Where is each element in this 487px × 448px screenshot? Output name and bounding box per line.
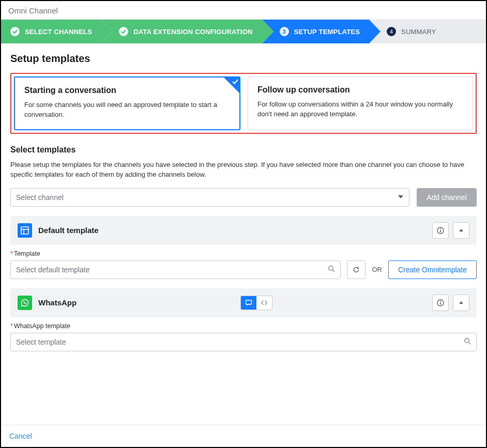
card-desc: For follow up conversations within a 24 … xyxy=(257,100,463,119)
step-number-icon: 4 xyxy=(387,27,396,36)
card-title: Follow up conversation xyxy=(257,85,463,95)
panel-title: Default template xyxy=(38,226,426,235)
template-icon xyxy=(18,223,32,238)
search-icon xyxy=(328,265,335,274)
step-label: SETUP TEMPLATES xyxy=(294,28,360,36)
select-placeholder: Select channel xyxy=(16,193,64,202)
view-toggle xyxy=(240,296,272,310)
check-icon xyxy=(119,27,128,36)
cancel-link[interactable]: Cancel xyxy=(9,432,32,440)
card-title: Starting a conversation xyxy=(24,86,230,95)
toggle-code-icon[interactable] xyxy=(256,296,272,310)
refresh-button[interactable] xyxy=(347,260,366,279)
svg-line-7 xyxy=(333,270,335,272)
card-starting-conversation[interactable]: Starting a conversation For some channel… xyxy=(14,76,240,130)
template-type-cards: Starting a conversation For some channel… xyxy=(10,73,477,134)
check-icon xyxy=(10,27,20,36)
svg-rect-0 xyxy=(21,227,28,234)
card-desc: For some channels you will need an appro… xyxy=(24,100,230,120)
svg-line-13 xyxy=(468,342,470,344)
whatsapp-icon xyxy=(18,296,32,310)
create-omnitemplate-button[interactable]: Create Omnitemplate xyxy=(388,260,477,279)
step-data-extension[interactable]: DATA EXTENSION CONFIGURATION xyxy=(101,20,262,43)
step-select-channels[interactable]: SELECT CHANNELS xyxy=(1,20,101,43)
info-button[interactable] xyxy=(432,222,449,239)
search-icon xyxy=(464,337,471,346)
svg-rect-8 xyxy=(246,300,252,304)
selected-check-icon xyxy=(224,78,239,93)
wizard-steps: SELECT CHANNELS DATA EXTENSION CONFIGURA… xyxy=(1,20,486,43)
main-content: Setup templates Starting a conversation … xyxy=(1,43,486,425)
svg-rect-11 xyxy=(440,302,441,305)
template-field-label: *Template xyxy=(10,250,477,257)
input-placeholder: Select default template xyxy=(16,266,89,274)
input-placeholder: Select template xyxy=(16,338,66,346)
default-template-input[interactable]: Select default template xyxy=(10,260,341,279)
svg-point-4 xyxy=(440,228,441,229)
info-button[interactable] xyxy=(432,295,449,311)
or-text: OR xyxy=(372,266,382,273)
select-templates-title: Select templates xyxy=(10,145,477,155)
chevron-down-icon xyxy=(398,193,404,202)
channel-select[interactable]: Select channel xyxy=(10,188,409,207)
step-setup-templates[interactable]: 3 SETUP TEMPLATES xyxy=(262,20,369,43)
step-label: DATA EXTENSION CONFIGURATION xyxy=(133,28,252,36)
svg-point-12 xyxy=(465,338,469,343)
whatsapp-field-label: *WhatsApp template xyxy=(10,322,477,330)
step-label: SUMMARY xyxy=(401,28,436,36)
svg-point-10 xyxy=(440,301,441,302)
page-title: Setup templates xyxy=(10,53,477,65)
step-label: SELECT CHANNELS xyxy=(25,28,92,36)
whatsapp-panel-header: WhatsApp xyxy=(10,288,477,317)
step-number-icon: 3 xyxy=(280,27,289,36)
svg-point-6 xyxy=(329,266,333,270)
card-followup-conversation[interactable]: Follow up conversation For follow up con… xyxy=(248,76,473,130)
select-templates-desc: Please setup the templates for the chann… xyxy=(10,160,477,180)
panel-title: WhatsApp xyxy=(38,298,77,307)
svg-rect-5 xyxy=(440,230,441,233)
collapse-button[interactable] xyxy=(453,295,469,311)
step-summary[interactable]: 4 SUMMARY xyxy=(369,20,446,43)
collapse-button[interactable] xyxy=(453,222,469,239)
footer: Cancel xyxy=(1,425,486,447)
toggle-chat-icon[interactable] xyxy=(241,296,256,310)
window-title: Omni Channel xyxy=(1,1,486,20)
add-channel-button: Add channel xyxy=(417,188,477,207)
default-template-panel-header: Default template xyxy=(10,216,477,245)
whatsapp-template-input[interactable]: Select template xyxy=(10,333,477,351)
